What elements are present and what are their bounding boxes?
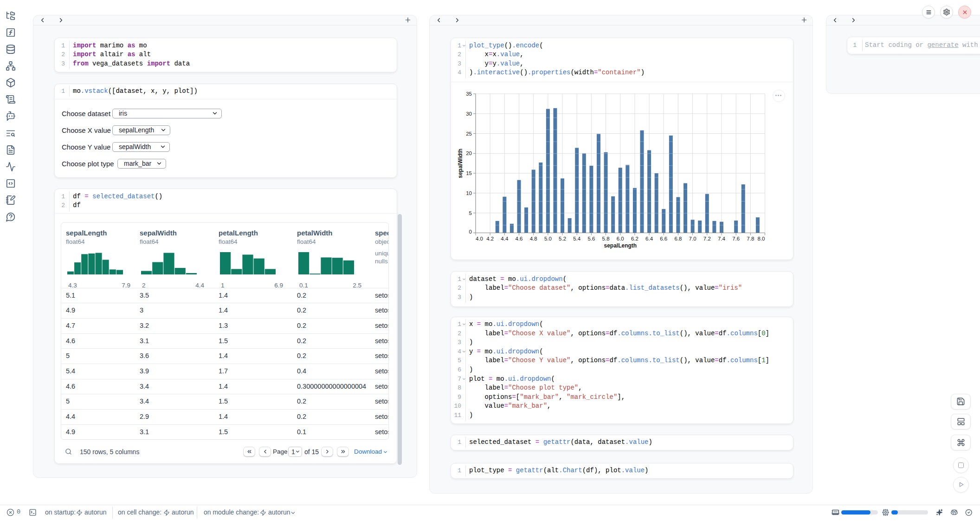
svg-text:4.6: 4.6 [516,236,523,241]
svg-text:8.0: 8.0 [758,236,765,241]
svg-text:7.8: 7.8 [747,236,754,241]
svg-text:sepalLength: sepalLength [604,242,637,249]
svg-text:4.0: 4.0 [476,236,483,241]
svg-text:5.8: 5.8 [602,236,610,241]
svg-text:4.8: 4.8 [530,236,537,241]
svg-text:20: 20 [466,150,472,156]
svg-text:35: 35 [466,91,472,97]
svg-text:sepalWidth: sepalWidth [457,149,464,178]
svg-text:5.4: 5.4 [573,236,581,241]
svg-text:0: 0 [469,229,472,234]
svg-text:7.6: 7.6 [732,236,740,241]
svg-text:7.2: 7.2 [703,236,711,241]
svg-text:4.2: 4.2 [486,236,494,241]
svg-text:4.4: 4.4 [501,236,509,241]
svg-text:25: 25 [466,131,472,137]
svg-text:5: 5 [469,210,472,216]
svg-text:30: 30 [466,111,472,117]
svg-text:7.0: 7.0 [689,236,696,241]
svg-text:6.6: 6.6 [660,236,667,241]
svg-text:5.2: 5.2 [559,236,566,241]
svg-text:7.4: 7.4 [718,236,726,241]
svg-text:5.0: 5.0 [544,236,552,241]
svg-text:5.6: 5.6 [587,236,595,241]
svg-text:6.8: 6.8 [674,236,682,241]
svg-text:6.4: 6.4 [645,236,653,241]
svg-text:6.2: 6.2 [631,236,638,241]
svg-text:6.0: 6.0 [617,236,624,241]
svg-text:15: 15 [466,170,472,176]
svg-text:10: 10 [466,190,472,196]
